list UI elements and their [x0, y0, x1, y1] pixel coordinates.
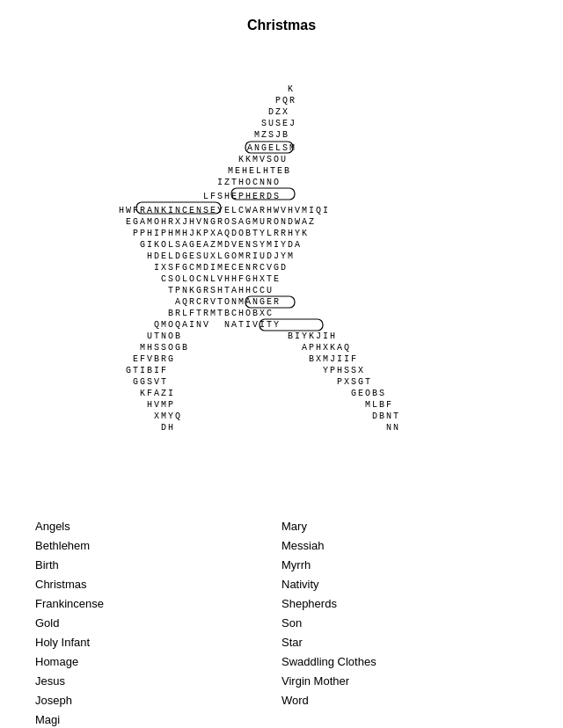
svg-text:L: L — [210, 274, 216, 284]
svg-text:G: G — [261, 143, 267, 153]
svg-text:O: O — [245, 309, 252, 318]
svg-text:R: R — [203, 309, 209, 318]
svg-text:I: I — [147, 240, 153, 250]
svg-text:B: B — [224, 309, 230, 318]
svg-text:X: X — [344, 377, 350, 387]
svg-text:L: L — [182, 309, 188, 318]
svg-text:C: C — [267, 309, 273, 318]
word-birth: Birth — [35, 557, 282, 574]
svg-text:K: K — [196, 229, 202, 238]
svg-text:G: G — [351, 389, 357, 398]
svg-text:E: E — [161, 251, 167, 261]
svg-text:N: N — [196, 206, 202, 215]
svg-text:T: T — [238, 320, 245, 330]
svg-text:S: S — [261, 119, 267, 128]
svg-text:G: G — [358, 377, 364, 387]
puzzle-svg: text { font-family: 'Courier New', monos… — [26, 65, 537, 487]
svg-text:H: H — [252, 274, 259, 284]
svg-text:K: K — [140, 389, 146, 398]
svg-text:H: H — [147, 343, 153, 353]
svg-text:B: B — [379, 411, 385, 421]
svg-text:S: S — [231, 217, 238, 227]
svg-text:N: N — [224, 320, 230, 330]
svg-text:M: M — [228, 166, 234, 176]
svg-text:R: R — [252, 263, 259, 273]
svg-text:R: R — [203, 297, 209, 307]
svg-text:D: D — [175, 251, 181, 261]
svg-text:J: J — [182, 217, 188, 227]
svg-text:G: G — [245, 274, 252, 284]
svg-text:Q: Q — [316, 206, 322, 215]
svg-text:H: H — [119, 206, 125, 215]
svg-text:M: M — [252, 217, 259, 227]
svg-text:Y: Y — [281, 251, 287, 261]
svg-text:M: M — [252, 155, 259, 164]
svg-text:S: S — [344, 366, 350, 375]
svg-text:R: R — [161, 354, 167, 364]
svg-text:I: I — [295, 331, 301, 341]
svg-text:O: O — [245, 178, 252, 187]
svg-text:R: R — [281, 229, 287, 238]
svg-text:S: S — [168, 263, 174, 273]
svg-text:H: H — [288, 229, 294, 238]
svg-text:D: D — [224, 240, 230, 250]
svg-text:A: A — [175, 297, 181, 307]
svg-text:D: D — [267, 192, 273, 201]
svg-text:P: P — [309, 343, 315, 353]
svg-text:H: H — [147, 251, 153, 261]
svg-text:B: B — [284, 166, 290, 176]
svg-text:A: A — [147, 206, 153, 215]
svg-text:A: A — [302, 343, 308, 353]
svg-text:B: B — [288, 331, 294, 341]
svg-text:Q: Q — [282, 96, 289, 106]
svg-text:G: G — [140, 377, 146, 387]
svg-text:R: R — [260, 206, 266, 215]
svg-text:D: D — [154, 251, 160, 261]
svg-text:O: O — [274, 155, 280, 164]
svg-text:P: P — [330, 366, 336, 375]
svg-text:D: D — [288, 240, 294, 250]
svg-text:E: E — [189, 251, 195, 261]
svg-text:K: K — [245, 155, 252, 164]
svg-text:X: X — [175, 217, 181, 227]
svg-text:M: M — [196, 263, 202, 273]
svg-text:B: B — [282, 130, 289, 140]
svg-text:I: I — [323, 331, 329, 341]
svg-text:M: M — [238, 251, 245, 261]
svg-text:H: H — [224, 274, 230, 284]
svg-text:P: P — [175, 286, 181, 295]
svg-text:A: A — [302, 217, 308, 227]
svg-text:X: X — [260, 309, 266, 318]
svg-text:T: T — [217, 297, 223, 307]
svg-text:I: I — [337, 354, 343, 364]
svg-text:F: F — [351, 354, 357, 364]
svg-text:O: O — [231, 251, 238, 261]
svg-text:G: G — [182, 263, 188, 273]
svg-text:S: S — [147, 377, 153, 387]
svg-text:R: R — [274, 229, 280, 238]
svg-text:Q: Q — [175, 320, 181, 330]
word-jesus: Jesus — [35, 673, 282, 690]
word-swaddling-clothes: Swaddling Clothes — [282, 653, 528, 671]
svg-text:H: H — [245, 286, 252, 295]
svg-text:U: U — [281, 155, 287, 164]
svg-text:F: F — [147, 389, 153, 398]
svg-text:D: D — [281, 263, 287, 273]
svg-text:X: X — [154, 411, 160, 421]
svg-text:A: A — [245, 297, 252, 307]
word-shepherds: Shepherds — [282, 595, 528, 613]
svg-text:W: W — [274, 206, 280, 215]
svg-text:I: I — [168, 389, 174, 398]
svg-text:I: I — [260, 320, 266, 330]
word-angels: Angels — [35, 518, 282, 535]
svg-text:F: F — [386, 400, 392, 410]
svg-text:O: O — [175, 274, 181, 284]
svg-text:L: L — [256, 166, 262, 176]
svg-text:G: G — [189, 240, 195, 250]
word-holy-infant: Holy Infant — [35, 634, 282, 652]
svg-text:O: O — [224, 217, 230, 227]
svg-text:I: I — [245, 320, 252, 330]
svg-text:G: G — [182, 251, 188, 261]
svg-text:I: I — [154, 366, 160, 375]
svg-text:F: F — [133, 206, 139, 215]
